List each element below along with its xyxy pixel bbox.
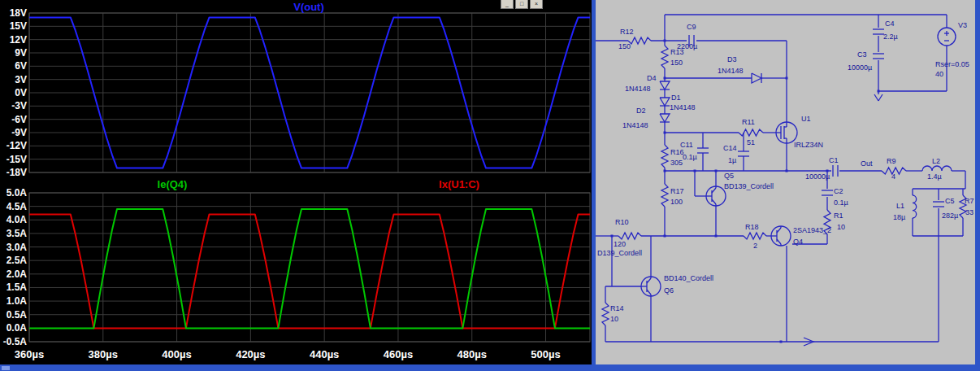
component-label[interactable]: R12 [620, 28, 634, 36]
net-arrow[interactable] [878, 94, 882, 101]
plot-minimize-button[interactable]: _ [501, 0, 514, 9]
x-tick-label: 480µs [457, 348, 487, 360]
component-label[interactable]: 4 [891, 172, 895, 181]
component-label[interactable]: 1.4µ [927, 172, 942, 181]
component-label[interactable]: R7 [965, 197, 974, 205]
component-label[interactable]: C11 [680, 141, 693, 149]
diode[interactable] [660, 81, 670, 89]
junction-dot [780, 341, 783, 343]
component-label[interactable]: D139_Cordell [597, 249, 642, 257]
inductor[interactable] [922, 166, 952, 171]
component-label[interactable]: 10000µ [848, 63, 872, 72]
diode[interactable] [660, 98, 670, 106]
component-label[interactable]: R18 [745, 223, 759, 231]
waveform-plot[interactable]: 18V15V12V9V6V3V0V-3V-6V-9V-12V-15V-18V5.… [0, 0, 592, 364]
trace-title-ixu1c[interactable]: Ix(U1:C) [439, 178, 479, 190]
component-label[interactable]: 150 [670, 59, 683, 67]
component-label[interactable]: Q5 [724, 172, 734, 180]
component-label[interactable]: R13 [670, 48, 684, 56]
component-label[interactable]: R9 [887, 157, 896, 165]
trace-title-ieq4[interactable]: Ie(Q4) [158, 178, 188, 190]
component-label[interactable]: C14 [723, 144, 737, 152]
component-label[interactable]: L2 [932, 157, 940, 165]
component-label[interactable]: 305 [670, 159, 683, 167]
transistor[interactable] [647, 290, 651, 295]
component-label[interactable]: 18µ [893, 213, 905, 221]
component-label[interactable]: 40 [935, 70, 943, 78]
component-label[interactable]: R11 [742, 118, 755, 126]
component-label[interactable]: 120 [614, 240, 626, 248]
schematic-canvas[interactable]: R12150C92200µR13150D31N4148D41N4148D11N4… [596, 0, 975, 364]
y-tick-label: 12V [10, 34, 27, 46]
transistor[interactable] [712, 188, 716, 193]
component-label[interactable]: 51 [747, 138, 755, 146]
transistor[interactable] [777, 239, 781, 244]
component-label[interactable]: C5 [945, 197, 955, 205]
component-label[interactable]: D2 [636, 107, 646, 115]
trace-title-vout[interactable]: V(out) [293, 1, 324, 13]
resistor[interactable] [744, 233, 766, 239]
component-label[interactable]: Out [861, 159, 873, 168]
component-label[interactable]: 100 [670, 198, 683, 206]
component-label[interactable]: C9 [687, 23, 696, 31]
resistor[interactable] [661, 145, 668, 168]
component-label[interactable]: 33 [965, 208, 973, 216]
resistor[interactable] [739, 129, 763, 136]
component-label[interactable]: D1 [671, 94, 681, 102]
plot-close-button[interactable]: × [530, 0, 543, 9]
component-label[interactable]: 1N4148 [622, 121, 648, 129]
junction-dot [786, 77, 788, 80]
component-label[interactable]: 10 [610, 315, 618, 323]
component-label[interactable]: C1 [829, 156, 839, 164]
plot-restore-button[interactable]: □ [515, 0, 528, 9]
component-label[interactable]: C4 [885, 20, 895, 28]
resistor[interactable] [628, 37, 651, 44]
component-label[interactable]: 1N4148 [625, 85, 651, 93]
component-label[interactable]: 0.1µ [683, 153, 697, 161]
component-label[interactable]: BD139_Cordell [724, 182, 774, 190]
resistor[interactable] [602, 303, 609, 325]
component-label[interactable]: IRLZ34N [794, 141, 823, 149]
resistor[interactable] [661, 46, 668, 68]
net-arrow[interactable] [874, 94, 878, 101]
component-label[interactable]: D3 [727, 55, 737, 63]
component-label[interactable]: U1 [801, 115, 811, 123]
resistor[interactable] [661, 184, 668, 207]
component-label[interactable]: C2 [834, 187, 843, 195]
component-label[interactable]: L1 [896, 202, 904, 210]
component-label[interactable]: 2.2µ [883, 33, 898, 41]
voltage-source[interactable] [938, 28, 956, 46]
component-label[interactable]: Q4 [793, 238, 803, 246]
plot-window-controls: _ □ × [501, 0, 543, 9]
y-tick-label: 15V [10, 20, 27, 32]
component-label[interactable]: Q6 [664, 286, 674, 295]
component-label[interactable]: 1N4148 [670, 103, 696, 111]
component-label[interactable]: 150 [618, 42, 631, 50]
component-label[interactable]: BD140_Cordell [664, 274, 713, 282]
transistor[interactable] [777, 228, 781, 233]
transistor[interactable] [712, 199, 716, 204]
component-label[interactable]: 1N4148 [718, 67, 744, 75]
component-label[interactable]: V3 [958, 21, 967, 29]
component-label[interactable]: 1µ [728, 156, 736, 164]
transistor[interactable] [647, 278, 651, 283]
component-label[interactable]: R1 [834, 212, 843, 220]
component-label[interactable]: D4 [647, 74, 657, 82]
component-label[interactable]: R10 [615, 218, 629, 226]
inductor[interactable] [913, 195, 917, 218]
component-label[interactable]: Rser=0.05 [935, 60, 969, 68]
component-label[interactable]: 2 [753, 242, 757, 250]
y-tick-label: 4.0A [7, 214, 28, 225]
component-label[interactable]: 282µ [942, 212, 958, 220]
component-label[interactable]: 10 [837, 223, 845, 231]
diode[interactable] [660, 114, 670, 122]
resistor[interactable] [618, 233, 641, 239]
component-label[interactable]: R14 [610, 304, 624, 312]
component-label[interactable]: 0.1µ [834, 199, 848, 207]
component-label[interactable]: C3 [857, 50, 867, 59]
y-tick-label: -6V [11, 114, 27, 125]
diode[interactable] [752, 73, 761, 83]
component-label[interactable]: 2SA1943_2 [793, 226, 831, 234]
component-label[interactable]: 10000µ [805, 172, 830, 181]
component-label[interactable]: R17 [670, 187, 684, 195]
